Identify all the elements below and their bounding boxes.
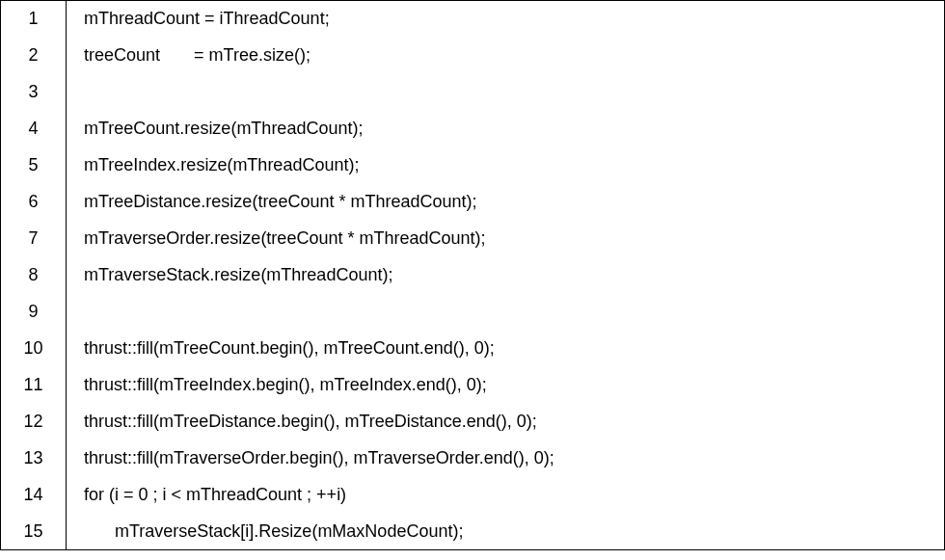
- code-row: 12 thrust::fill(mTreeDistance.begin(), m…: [1, 404, 945, 440]
- line-number: 4: [1, 111, 67, 147]
- code-row: 9: [1, 294, 945, 331]
- line-number: 12: [1, 404, 67, 440]
- code-line: mTraverseOrder.resize(treeCount * mThrea…: [67, 221, 945, 257]
- code-line: mTraverseStack.resize(mThreadCount);: [67, 257, 945, 294]
- code-row: 3: [1, 74, 945, 111]
- code-line: mTreeDistance.resize(treeCount * mThread…: [67, 184, 945, 221]
- code-line: thrust::fill(mTreeCount.begin(), mTreeCo…: [67, 331, 945, 367]
- code-line: [67, 294, 945, 331]
- code-line: for (i = 0 ; i < mThreadCount ; ++i): [67, 477, 945, 514]
- line-number: 13: [1, 440, 67, 477]
- code-listing-table: 1 mThreadCount = iThreadCount; 2 treeCou…: [0, 0, 945, 550]
- code-row: 6 mTreeDistance.resize(treeCount * mThre…: [1, 184, 945, 221]
- code-line: thrust::fill(mTraverseOrder.begin(), mTr…: [67, 440, 945, 477]
- code-line: mThreadCount = iThreadCount;: [67, 1, 945, 38]
- line-number: 5: [1, 147, 67, 184]
- code-row: 11 thrust::fill(mTreeIndex.begin(), mTre…: [1, 367, 945, 404]
- code-row: 2 treeCount = mTree.size();: [1, 38, 945, 74]
- code-row: 14 for (i = 0 ; i < mThreadCount ; ++i): [1, 477, 945, 514]
- code-line: treeCount = mTree.size();: [67, 38, 945, 74]
- code-row: 7 mTraverseOrder.resize(treeCount * mThr…: [1, 221, 945, 257]
- code-row: 1 mThreadCount = iThreadCount;: [1, 1, 945, 38]
- code-line: mTreeIndex.resize(mThreadCount);: [67, 147, 945, 184]
- code-line: mTreeCount.resize(mThreadCount);: [67, 111, 945, 147]
- code-row: 13 thrust::fill(mTraverseOrder.begin(), …: [1, 440, 945, 477]
- line-number: 10: [1, 331, 67, 367]
- line-number: 11: [1, 367, 67, 404]
- code-listing-body: 1 mThreadCount = iThreadCount; 2 treeCou…: [1, 1, 945, 550]
- code-row: 15 mTraverseStack[i].Resize(mMaxNodeCoun…: [1, 514, 945, 550]
- code-row: 5 mTreeIndex.resize(mThreadCount);: [1, 147, 945, 184]
- code-row: 10 thrust::fill(mTreeCount.begin(), mTre…: [1, 331, 945, 367]
- code-line: mTraverseStack[i].Resize(mMaxNodeCount);: [67, 514, 945, 550]
- line-number: 8: [1, 257, 67, 294]
- line-number: 2: [1, 38, 67, 74]
- code-row: 4 mTreeCount.resize(mThreadCount);: [1, 111, 945, 147]
- line-number: 6: [1, 184, 67, 221]
- code-line: thrust::fill(mTreeDistance.begin(), mTre…: [67, 404, 945, 440]
- line-number: 14: [1, 477, 67, 514]
- code-row: 8 mTraverseStack.resize(mThreadCount);: [1, 257, 945, 294]
- code-line: [67, 74, 945, 111]
- line-number: 1: [1, 1, 67, 38]
- line-number: 15: [1, 514, 67, 550]
- line-number: 9: [1, 294, 67, 331]
- line-number: 7: [1, 221, 67, 257]
- line-number: 3: [1, 74, 67, 111]
- code-line: thrust::fill(mTreeIndex.begin(), mTreeIn…: [67, 367, 945, 404]
